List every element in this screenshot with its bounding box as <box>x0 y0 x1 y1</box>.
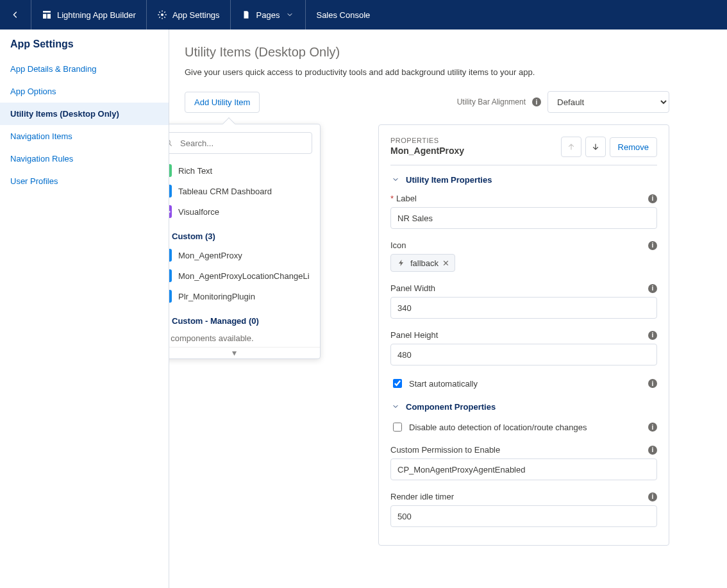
pages-label: Pages <box>256 10 280 20</box>
lightning-icon: ⚡ <box>169 290 172 303</box>
move-down-button[interactable] <box>585 137 606 157</box>
custom-managed-section-header[interactable]: Custom - Managed (0) <box>169 307 312 330</box>
panel-width-input[interactable] <box>390 297 657 319</box>
icon-chip[interactable]: fallback ✕ <box>390 254 455 272</box>
chevron-down-icon <box>285 10 295 20</box>
svg-rect-2 <box>47 14 51 19</box>
properties-panel: PROPERTIES Mon_AgentProxy Remove <box>378 124 669 546</box>
sidebar-item-app-details[interactable]: App Details & Branding <box>0 58 169 80</box>
chevron-down-icon <box>390 174 401 185</box>
svg-point-3 <box>161 13 163 16</box>
panel-width-label: Panel Width <box>390 283 435 293</box>
info-icon[interactable]: i <box>648 241 657 250</box>
sidebar-item-navigation-rules[interactable]: Navigation Rules <box>0 147 169 170</box>
lightning-icon: ⚡ <box>169 249 172 262</box>
svg-line-5 <box>170 144 172 146</box>
sidebar-heading: App Settings <box>10 38 169 50</box>
render-idle-timer-input[interactable] <box>390 505 657 527</box>
add-utility-item-button[interactable]: Add Utility Item <box>185 92 260 113</box>
lightning-app-builder-button[interactable]: Lightning App Builder <box>31 0 147 29</box>
custom-permission-input[interactable] <box>390 458 657 480</box>
rich-text-icon: ≡ <box>169 164 172 177</box>
arrow-left-icon <box>10 10 21 20</box>
custom-permission-label: Custom Permission to Enable <box>390 445 500 455</box>
remove-icon-button[interactable]: ✕ <box>442 258 449 268</box>
left-sidebar: App Settings App Details & Branding App … <box>0 29 169 588</box>
comp-label: Plr_MonitoringPlugin <box>178 292 255 301</box>
component-search[interactable] <box>169 132 312 154</box>
component-search-input[interactable] <box>179 138 305 149</box>
comp-item-mon-agentproxy[interactable]: ⚡ Mon_AgentProxy <box>169 245 312 265</box>
label-input[interactable] <box>390 207 657 229</box>
comp-item-rich-text[interactable]: ≡ Rich Text <box>169 160 312 181</box>
sidebar-item-app-options[interactable]: App Options <box>0 80 169 103</box>
chart-icon <box>169 185 172 197</box>
comp-label: Mon_AgentProxy <box>178 251 242 260</box>
disable-auto-detection-checkbox[interactable] <box>393 423 402 432</box>
back-button[interactable] <box>0 0 31 29</box>
app-settings-label: App Settings <box>172 10 220 20</box>
main-content: Utility Items (Desktop Only) Give your u… <box>169 29 727 588</box>
app-settings-button[interactable]: App Settings <box>147 0 231 29</box>
render-idle-timer-label: Render idle timer <box>390 492 454 501</box>
info-icon[interactable]: i <box>648 423 657 432</box>
comp-label: Tableau CRM Dashboard <box>178 187 272 196</box>
info-icon[interactable]: i <box>648 446 657 455</box>
pages-dropdown[interactable]: Pages <box>231 0 306 29</box>
move-up-button <box>561 137 581 157</box>
lightning-icon: ⚡ <box>169 269 172 282</box>
start-automatically-label: Start automatically <box>409 379 478 389</box>
page-title: Utility Items (Desktop Only) <box>185 45 712 60</box>
properties-kicker: PROPERTIES <box>390 137 464 144</box>
page-icon <box>241 10 251 20</box>
panel-height-label: Panel Height <box>390 330 438 340</box>
start-automatically-checkbox[interactable] <box>393 379 402 388</box>
builder-icon <box>42 10 52 20</box>
sidebar-item-navigation-items[interactable]: Navigation Items <box>0 125 169 147</box>
info-icon[interactable]: i <box>648 284 657 293</box>
svg-rect-1 <box>43 14 46 19</box>
sidebar-item-utility-items[interactable]: Utility Items (Desktop Only) <box>0 103 169 125</box>
utility-bar-alignment-select[interactable]: Default <box>547 91 669 113</box>
label-field-label: *Label <box>390 194 417 203</box>
utility-item-properties-header[interactable]: Utility Item Properties <box>390 174 657 185</box>
info-icon[interactable]: i <box>648 492 657 501</box>
comp-label: Mon_AgentProxyLocationChangeLi <box>178 271 310 281</box>
comp-label: Visualforce <box>178 207 219 217</box>
disable-auto-detection-label: Disable auto detection of location/route… <box>409 423 587 432</box>
info-icon[interactable]: i <box>648 194 657 203</box>
add-utility-item-popover: ≡ Rich Text Tableau CRM Dashboard </> Vi… <box>169 124 321 359</box>
page-subtitle: Give your users quick access to producti… <box>185 67 712 77</box>
svg-point-4 <box>169 140 170 144</box>
comp-item-mon-agentproxy-location[interactable]: ⚡ Mon_AgentProxyLocationChangeLi <box>169 265 312 286</box>
fallback-icon <box>396 258 406 268</box>
comp-item-plr-monitoring[interactable]: ⚡ Plr_MonitoringPlugin <box>169 286 312 307</box>
component-scroll-area[interactable]: ≡ Rich Text Tableau CRM Dashboard </> Vi… <box>169 160 312 344</box>
sidebar-item-user-profiles[interactable]: User Profiles <box>0 170 169 192</box>
managed-empty-text: No components available. <box>169 330 312 344</box>
comp-item-tableau-crm[interactable]: Tableau CRM Dashboard <box>169 181 312 201</box>
info-icon[interactable]: i <box>532 97 541 106</box>
custom-section-header[interactable]: Custom (3) <box>169 222 312 245</box>
current-app-name: Sales Console <box>306 0 380 29</box>
comp-label: Rich Text <box>178 166 212 176</box>
comp-item-visualforce[interactable]: </> Visualforce <box>169 201 312 222</box>
chevron-down-icon <box>390 401 401 412</box>
properties-component-name: Mon_AgentProxy <box>390 146 464 156</box>
gear-icon <box>157 10 167 20</box>
remove-button[interactable]: Remove <box>610 137 657 157</box>
panel-height-input[interactable] <box>390 344 657 365</box>
component-properties-header[interactable]: Component Properties <box>390 401 657 412</box>
svg-rect-0 <box>43 11 51 13</box>
builder-label: Lightning App Builder <box>57 10 136 20</box>
code-icon: </> <box>169 205 172 218</box>
info-icon[interactable]: i <box>648 331 657 340</box>
popover-scroll-hint[interactable]: ▾ <box>169 347 320 358</box>
icon-field-label: Icon <box>390 240 406 250</box>
search-icon <box>169 138 174 148</box>
utility-bar-alignment-label: Utility Bar Alignment <box>457 97 526 106</box>
top-toolbar: Lightning App Builder App Settings Pages… <box>0 0 727 29</box>
info-icon[interactable]: i <box>648 379 657 388</box>
